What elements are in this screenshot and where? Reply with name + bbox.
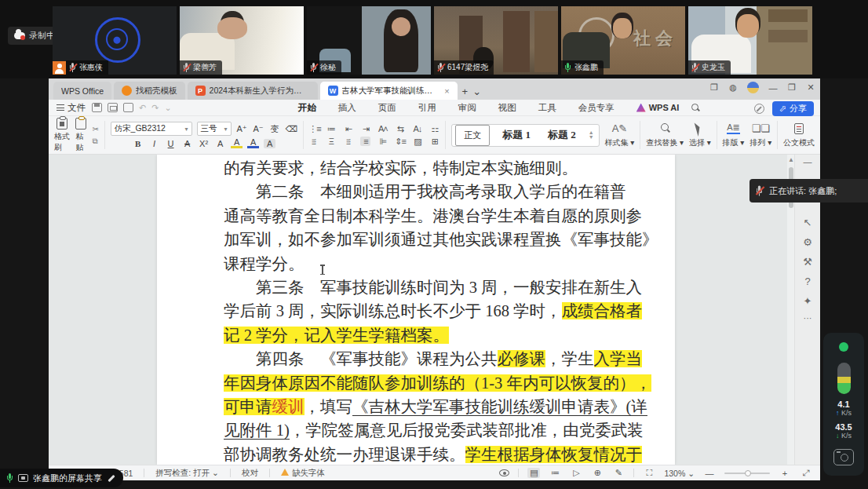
zoom-out-icon[interactable]: —	[703, 469, 716, 478]
adjust-tool-icon[interactable]: ⚙	[795, 232, 820, 252]
tab-presentation-doc[interactable]: P 2024本科新生入学行为规范及教务相	[188, 82, 318, 100]
character-shading-button[interactable]: A	[264, 139, 275, 148]
file-menu[interactable]: 文件	[49, 102, 92, 114]
font-name-select[interactable]: 仿宋_GB2312▾	[111, 122, 192, 136]
italic-button[interactable]: I	[148, 139, 160, 148]
phonetic-guide-icon[interactable]: 变	[269, 123, 281, 135]
globe-icon[interactable]: ◍	[728, 82, 738, 93]
style-heading2[interactable]: 标题 2	[543, 126, 581, 144]
format-painter-button[interactable]: 格式刷	[54, 118, 70, 153]
more-icon[interactable]: ···	[795, 311, 820, 325]
page-view-icon[interactable]: ▤	[527, 468, 540, 478]
web-view-icon[interactable]: ⊕	[591, 468, 604, 478]
save-icon[interactable]	[92, 103, 102, 112]
bullet-list-icon[interactable]: ⋮≡	[308, 124, 319, 134]
redo-icon[interactable]: ↷	[151, 103, 159, 113]
align-right-icon[interactable]: Ⲷ	[343, 137, 353, 146]
participant-tile[interactable]: 史龙玉	[688, 6, 812, 75]
participant-tile[interactable]: 张惠侠	[53, 6, 177, 75]
fit-page-icon[interactable]: ⛶	[643, 468, 655, 478]
decrease-indent-icon[interactable]: ⇤	[343, 124, 353, 134]
menu-member[interactable]: 会员专享	[577, 100, 616, 115]
menu-reference[interactable]: 引用	[417, 100, 438, 115]
text-effects-icon[interactable]: A	[214, 139, 226, 148]
copy-icon[interactable]: ⧉	[92, 137, 98, 146]
close-button[interactable]: ✕	[806, 82, 815, 93]
undo-icon[interactable]: ↶	[139, 103, 146, 113]
zoom-slider[interactable]	[724, 473, 770, 474]
tab-docer-templates[interactable]: 找稻壳模板	[114, 82, 185, 100]
arrange-button[interactable]: ❏❏ 排列 ▾	[749, 122, 771, 148]
clear-format-icon[interactable]: ⌫	[286, 124, 297, 134]
select-button[interactable]: 选择 ▾	[689, 122, 711, 148]
text-direction-icon[interactable]: ⇆	[395, 124, 405, 134]
menu-home[interactable]: 开始	[297, 100, 318, 115]
sort-icon[interactable]: A↓	[412, 124, 422, 133]
tools-icon[interactable]: ⚒	[795, 252, 820, 272]
close-tab-icon[interactable]: ×	[444, 86, 449, 96]
wps-ai-button[interactable]: WPS AI	[636, 103, 680, 112]
new-tab-button[interactable]: +	[462, 86, 469, 97]
shading-icon[interactable]: ▨	[412, 137, 422, 147]
numbered-list-icon[interactable]: ≔	[326, 124, 336, 134]
menu-tools[interactable]: 工具	[537, 100, 558, 115]
participant-tile[interactable]: 梁善芳	[180, 6, 304, 75]
collapse-sidebar-icon[interactable]: —	[795, 155, 820, 169]
find-replace-button[interactable]: 查找替换 ▾	[646, 122, 684, 148]
skin-icon[interactable]: ✦	[795, 291, 820, 311]
eye-protect-icon[interactable]	[499, 469, 509, 476]
menu-review[interactable]: 审阅	[457, 100, 478, 115]
tab-wps-home[interactable]: W WPS Office	[53, 82, 111, 100]
tab-list-dropdown-icon[interactable]: ⌄	[472, 86, 481, 97]
missing-font-warning[interactable]: 缺失字体	[281, 468, 325, 479]
restore-button[interactable]: ❐	[787, 82, 797, 93]
zoom-in-icon[interactable]: +	[779, 469, 791, 478]
line-spacing-icon[interactable]: ⇕≡	[395, 137, 405, 147]
distribute-icon[interactable]: ⊫	[377, 137, 388, 147]
export-icon[interactable]	[123, 103, 133, 112]
proofread-button[interactable]: 校对	[242, 468, 258, 479]
align-left-icon[interactable]: Ⲷ	[308, 137, 319, 146]
cut-icon[interactable]: ✂	[92, 125, 98, 133]
zoom-slider-knob[interactable]	[745, 470, 751, 476]
strikethrough-button[interactable]: A	[181, 139, 193, 148]
cloud-sync-icon[interactable]	[754, 104, 764, 114]
highlight-color-button[interactable]: A	[231, 138, 243, 148]
menu-page[interactable]: 页面	[377, 100, 398, 115]
char-scale-icon[interactable]: A˄	[377, 124, 388, 133]
share-button[interactable]: ⬀ 分享	[772, 101, 814, 116]
style-heading1[interactable]: 标题 1	[498, 126, 535, 144]
underline-button[interactable]: U	[165, 139, 177, 148]
help-icon[interactable]: ?	[795, 272, 820, 291]
participant-tile[interactable]: 社会张鑫鹏	[561, 6, 685, 75]
superscript-button[interactable]: X²	[198, 139, 210, 148]
tab-word-doc-active[interactable]: W 吉林大学军事技能训练成绩评定实 ×	[320, 82, 458, 100]
document-page[interactable]: 的有关要求，结合学校实际，特制定本实施细则。 第二条 本细则适用于我校高考录取入…	[157, 155, 675, 465]
menu-view[interactable]: 视图	[497, 100, 518, 115]
minimize-button[interactable]: —	[768, 83, 778, 93]
official-doc-mode-button[interactable]: 公文模式	[783, 122, 815, 148]
workspace-icon[interactable]: ❐	[709, 82, 719, 93]
justify-icon[interactable]: ≡	[360, 137, 370, 146]
font-color-button[interactable]: A	[247, 138, 259, 148]
typeset-button[interactable]: A≣ 排版 ▾	[723, 122, 745, 148]
pointer-tool-icon[interactable]: ↖	[795, 213, 820, 232]
shrink-font-icon[interactable]: A⁻	[253, 124, 264, 134]
grow-font-icon[interactable]: A⁺	[236, 124, 248, 134]
avatar[interactable]	[747, 82, 759, 93]
more-caret-icon[interactable]: ⌄	[164, 103, 171, 113]
increase-indent-icon[interactable]: ⇥	[360, 124, 370, 134]
border-icon[interactable]: ⊞	[429, 137, 439, 147]
participant-tile[interactable]: 6147梁煜尧	[434, 6, 558, 75]
font-size-select[interactable]: 三号▾	[197, 122, 232, 136]
print-icon[interactable]	[108, 103, 118, 112]
show-marks-icon[interactable]: ⚏	[429, 124, 439, 134]
style-body[interactable]: 正文	[455, 125, 490, 146]
align-center-icon[interactable]: Ξ	[326, 137, 336, 146]
paste-button[interactable]: 粘贴	[75, 118, 86, 153]
annotate-icon[interactable]	[107, 474, 115, 483]
read-mode-icon[interactable]: ▷	[570, 468, 582, 478]
bold-button[interactable]: B	[132, 139, 144, 148]
search-icon[interactable]	[691, 104, 700, 112]
scroll-up-icon[interactable]: ▲	[788, 156, 794, 163]
